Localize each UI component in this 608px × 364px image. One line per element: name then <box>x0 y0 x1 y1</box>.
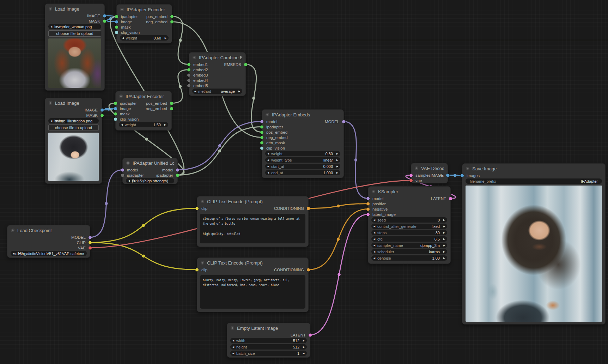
increment-arrow-icon[interactable]: ▶ <box>301 338 307 343</box>
increment-arrow-icon[interactable]: ▶ <box>441 217 447 223</box>
ipa-combine-embed4-input-port[interactable] <box>187 79 190 82</box>
node-load-checkpoint[interactable]: Load CheckpointMODELCLIPVAE◀ckpt_namesd1… <box>7 225 90 258</box>
ipa-encoder-1-pos_embed-output-port[interactable] <box>170 15 174 18</box>
ipa-embeds-end-at-widget[interactable]: ◀end_at1.000▶ <box>265 170 340 175</box>
ksampler-denoise-widget[interactable]: ◀denoise1.00▶ <box>371 255 447 261</box>
ksampler-cfg-widget[interactable]: ◀cfg6.5▶ <box>371 236 447 242</box>
ipa-embeds-neg_embed-input-port[interactable] <box>260 136 263 139</box>
node-collapse-icon[interactable] <box>266 113 269 116</box>
decrement-arrow-icon[interactable]: ◀ <box>371 236 377 242</box>
ipa-unified-loader-model-input-port[interactable] <box>121 168 124 171</box>
ipa-combine-embed3-input-port[interactable] <box>187 73 190 77</box>
ipa-embeds-weight-type-widget[interactable]: ◀weight_typelinear▶ <box>265 157 340 163</box>
node-ipa-unified-loader[interactable]: IPAdapter Unified Loadermodelmodelipadap… <box>122 158 178 184</box>
node-collapse-icon[interactable] <box>201 200 204 203</box>
node-collapse-icon[interactable] <box>415 166 418 170</box>
ipa-combine-method-widget[interactable]: ◀methodaverage▶ <box>192 89 242 94</box>
decrement-arrow-icon[interactable]: ◀ <box>11 251 17 256</box>
decrement-arrow-icon[interactable]: ◀ <box>371 249 377 254</box>
decrement-arrow-icon[interactable]: ◀ <box>230 351 236 356</box>
empty-latent-batch-size-widget[interactable]: ◀batch_size1▶ <box>230 351 307 356</box>
load-image-1-IMAGE-output-port[interactable] <box>103 14 106 17</box>
load-image-2-image-widget[interactable]: ◀imageanime_illustration.png▶ <box>48 118 99 123</box>
prompt-textarea[interactable]: blurry, noisy, messy, lowres, jpeg, arti… <box>200 275 305 309</box>
ksampler-steps-widget[interactable]: ◀steps30▶ <box>371 230 447 235</box>
save-image-images-input-port[interactable] <box>461 174 464 177</box>
decrement-arrow-icon[interactable]: ◀ <box>265 151 271 156</box>
ipa-embeds-weight-widget[interactable]: ◀weight0.80▶ <box>265 151 340 156</box>
decrement-arrow-icon[interactable]: ◀ <box>371 230 377 235</box>
ipa-unified-loader-preset-widget[interactable]: ◀presetPLUS (high strength)▶ <box>126 178 174 183</box>
ipa-embeds-clip_vision-input-port[interactable] <box>260 146 263 150</box>
node-ipa-combine[interactable]: IPAdapter Combine Embedsembed1EMBEDSembe… <box>189 52 246 96</box>
increment-arrow-icon[interactable]: ▶ <box>441 255 447 261</box>
ksampler-seed-widget[interactable]: ◀seed0▶ <box>371 217 447 223</box>
vae-decode-samples-input-port[interactable] <box>409 174 413 177</box>
node-ipa-encoder-1[interactable]: IPAdapter Encoderipadapterpos_embedimage… <box>116 4 172 43</box>
ipa-encoder-1-clip_vision-input-port[interactable] <box>115 31 118 34</box>
node-clip-encode-neg[interactable]: CLIP Text Encode (Prompt)clipCONDITIONIN… <box>197 257 309 312</box>
ipa-combine-embed2-input-port[interactable] <box>187 68 190 71</box>
node-save-image[interactable]: Save Imageimagesfilename_prefixIPAdapter <box>462 163 606 324</box>
ipa-embeds-pos_embed-input-port[interactable] <box>260 131 263 134</box>
node-collapse-icon[interactable] <box>49 101 52 105</box>
increment-arrow-icon[interactable]: ▶ <box>163 35 169 41</box>
ipa-embeds-attn_mask-input-port[interactable] <box>260 141 263 144</box>
ipa-combine-embed1-input-port[interactable] <box>187 63 190 66</box>
decrement-arrow-icon[interactable]: ◀ <box>371 255 377 261</box>
load-checkpoint-ckpt-name-widget[interactable]: ◀ckpt_namesd15/realisticVisionV51_v51VAE… <box>11 251 87 256</box>
node-load-image-1[interactable]: Load ImageIMAGEMASK◀imagewarrior_woman.p… <box>45 4 105 91</box>
ksampler-latent_image-input-port[interactable] <box>366 213 370 216</box>
decrement-arrow-icon[interactable]: ◀ <box>48 118 54 123</box>
ipa-encoder-2-weight-widget[interactable]: ◀weight1.50▶ <box>119 122 168 127</box>
node-collapse-icon[interactable] <box>119 95 123 98</box>
ipa-encoder-2-neg_embed-output-port[interactable] <box>170 107 173 110</box>
increment-arrow-icon[interactable]: ▶ <box>441 236 447 242</box>
node-ksampler[interactable]: KSamplermodelLATENTpositivenegativelaten… <box>368 186 451 264</box>
decrement-arrow-icon[interactable]: ◀ <box>265 164 271 169</box>
node-vae-decode[interactable]: VAE DecodesamplesIMAGEvae <box>411 163 448 183</box>
decrement-arrow-icon[interactable]: ◀ <box>48 24 54 29</box>
ipa-embeds-MODEL-output-port[interactable] <box>342 120 345 123</box>
empty-latent-LATENT-output-port[interactable] <box>309 333 312 336</box>
clip-encode-pos-CONDITIONING-output-port[interactable] <box>307 207 310 210</box>
increment-arrow-icon[interactable]: ▶ <box>334 170 340 175</box>
load-checkpoint-CLIP-output-port[interactable] <box>89 241 92 244</box>
decrement-arrow-icon[interactable]: ◀ <box>230 338 236 343</box>
ipa-unified-loader-model-output-port[interactable] <box>176 168 179 171</box>
ipa-encoder-2-ipadapter-input-port[interactable] <box>114 102 117 105</box>
ipa-encoder-1-image-input-port[interactable] <box>115 20 118 23</box>
ipa-unified-loader-ipadapter-output-port[interactable] <box>176 174 179 177</box>
ksampler-model-input-port[interactable] <box>366 197 370 200</box>
node-collapse-icon[interactable] <box>49 7 52 11</box>
ksampler-scheduler-widget[interactable]: ◀schedulerkarras▶ <box>371 249 447 254</box>
vae-decode-IMAGE-output-port[interactable] <box>446 174 449 177</box>
upload-button[interactable]: choose file to upload <box>48 30 101 37</box>
node-collapse-icon[interactable] <box>231 326 234 330</box>
decrement-arrow-icon[interactable]: ◀ <box>371 224 377 229</box>
ipa-combine-embed5-input-port[interactable] <box>187 84 190 87</box>
increment-arrow-icon[interactable]: ▶ <box>236 89 242 94</box>
ksampler-control-after-generate-widget[interactable]: ◀control_after_generatefixed▶ <box>371 224 447 229</box>
ipa-encoder-2-pos_embed-output-port[interactable] <box>170 102 173 105</box>
node-graph-canvas[interactable]: Load ImageIMAGEMASK◀imagewarrior_woman.p… <box>0 0 608 364</box>
increment-arrow-icon[interactable]: ▶ <box>441 249 447 254</box>
load-image-2-IMAGE-output-port[interactable] <box>101 108 104 111</box>
increment-arrow-icon[interactable]: ▶ <box>441 230 447 235</box>
increment-arrow-icon[interactable]: ▶ <box>334 151 340 156</box>
ipa-encoder-2-image-input-port[interactable] <box>114 107 117 110</box>
load-image-1-image-widget[interactable]: ◀imagewarrior_woman.png▶ <box>48 24 101 29</box>
increment-arrow-icon[interactable]: ▶ <box>334 157 340 163</box>
decrement-arrow-icon[interactable]: ◀ <box>126 178 132 183</box>
node-collapse-icon[interactable] <box>372 190 375 193</box>
increment-arrow-icon[interactable]: ▶ <box>54 24 60 29</box>
clip-encode-neg-clip-input-port[interactable] <box>195 268 199 271</box>
decrement-arrow-icon[interactable]: ◀ <box>371 243 377 248</box>
ipa-embeds-ipadapter-input-port[interactable] <box>260 125 263 128</box>
decrement-arrow-icon[interactable]: ◀ <box>192 89 198 94</box>
ksampler-sampler-name-widget[interactable]: ◀sampler_namedpmpp_2m▶ <box>371 243 447 248</box>
ksampler-negative-input-port[interactable] <box>366 207 370 211</box>
prompt-textarea[interactable]: closeup of a fierce warrior woman wearin… <box>200 214 305 243</box>
empty-latent-width-widget[interactable]: ◀width512▶ <box>230 338 307 343</box>
decrement-arrow-icon[interactable]: ◀ <box>230 344 236 350</box>
